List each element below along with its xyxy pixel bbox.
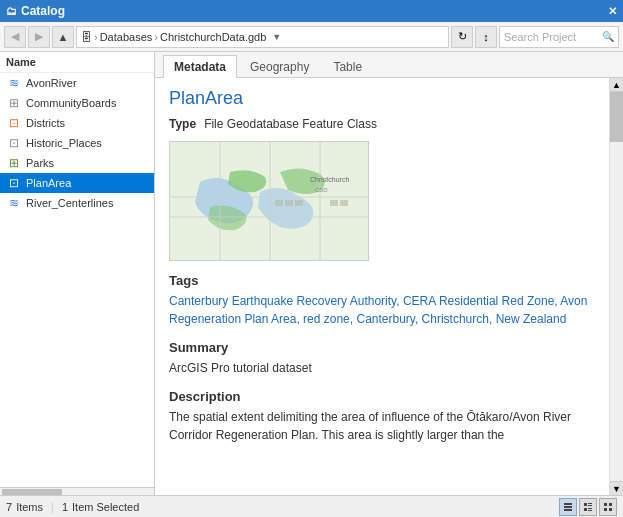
sidebar-item-historic-places[interactable]: ⊡ Historic_Places <box>0 133 154 153</box>
sidebar-item-parks[interactable]: ⊞ Parks <box>0 153 154 173</box>
parks-icon: ⊞ <box>6 155 22 171</box>
svg-rect-11 <box>340 200 348 206</box>
historic-places-icon: ⊡ <box>6 135 22 151</box>
type-label: Type <box>169 117 196 131</box>
horizontal-scrollbar[interactable] <box>0 487 155 495</box>
svg-rect-9 <box>295 200 303 206</box>
scroll-down-button[interactable]: ▼ <box>610 481 623 495</box>
plan-area-icon: ⊡ <box>6 175 22 191</box>
svg-rect-7 <box>275 200 283 206</box>
refresh-button[interactable]: ↻ <box>451 26 473 48</box>
svg-rect-23 <box>604 503 607 506</box>
summary-label: Summary <box>169 340 595 355</box>
sidebar-item-districts[interactable]: ⊡ Districts <box>0 113 154 133</box>
catalog-icon: 🗂 <box>6 5 17 17</box>
top-bar: 🗂 Catalog ✕ <box>0 0 623 22</box>
nav-bar: ◀ ▶ ▲ 🗄 › Databases › ChristchurchData.g… <box>0 22 623 52</box>
scroll-thumb[interactable] <box>610 92 623 142</box>
sidebar-scroll[interactable]: Name ≋ AvonRiver ⊞ CommunityBoards ⊡ Dis… <box>0 52 154 495</box>
sidebar: Name ≋ AvonRiver ⊞ CommunityBoards ⊡ Dis… <box>0 52 155 495</box>
svg-rect-22 <box>588 510 592 511</box>
avon-river-label: AvonRiver <box>26 77 77 89</box>
grid-view-button[interactable] <box>599 498 617 516</box>
scroll-track[interactable] <box>610 92 623 481</box>
content-scroll[interactable]: PlanArea Type File Geodatabase Feature C… <box>155 78 609 495</box>
svg-rect-21 <box>588 508 592 509</box>
svg-rect-18 <box>588 503 592 504</box>
sidebar-item-river-centerlines[interactable]: ≋ River_Centerlines <box>0 193 154 213</box>
description-label: Description <box>169 389 595 404</box>
type-value: File Geodatabase Feature Class <box>204 117 377 131</box>
type-row: Type File Geodatabase Feature Class <box>169 117 595 131</box>
search-box[interactable]: Search Project 🔍 <box>499 26 619 48</box>
svg-rect-20 <box>584 508 587 511</box>
breadcrumb-gdb[interactable]: ChristchurchData.gdb <box>160 31 266 43</box>
up-button[interactable]: ▲ <box>52 26 74 48</box>
svg-rect-19 <box>588 505 592 506</box>
scroll-up-button[interactable]: ▲ <box>610 78 623 92</box>
community-boards-label: CommunityBoards <box>26 97 116 109</box>
svg-rect-24 <box>609 503 612 506</box>
window-title: Catalog <box>21 4 65 18</box>
tags-section: Tags Canterbury Earthquake Recovery Auth… <box>169 273 595 328</box>
description-section: Description The spatial extent delimitin… <box>169 389 595 444</box>
river-centerlines-icon: ≋ <box>6 195 22 211</box>
tab-table[interactable]: Table <box>322 55 373 78</box>
sidebar-item-avon-river[interactable]: ≋ AvonRiver <box>0 73 154 93</box>
status-selected-label: Item Selected <box>72 501 139 513</box>
sort-button[interactable]: ↕ <box>475 26 497 48</box>
svg-rect-16 <box>564 509 572 511</box>
tab-metadata[interactable]: Metadata <box>163 55 237 78</box>
list-view-button[interactable] <box>559 498 577 516</box>
back-button[interactable]: ◀ <box>4 26 26 48</box>
status-separator: | <box>51 501 54 513</box>
svg-rect-26 <box>609 508 612 511</box>
summary-text: ArcGIS Pro tutorial dataset <box>169 359 595 377</box>
svg-rect-15 <box>564 506 572 508</box>
svg-rect-10 <box>330 200 338 206</box>
svg-text:CBD: CBD <box>315 187 328 193</box>
sidebar-item-community-boards[interactable]: ⊞ CommunityBoards <box>0 93 154 113</box>
search-icon: 🔍 <box>602 31 614 42</box>
breadcrumb[interactable]: 🗄 › Databases › ChristchurchData.gdb ▼ <box>76 26 449 48</box>
historic-places-label: Historic_Places <box>26 137 102 149</box>
tabs: Metadata Geography Table <box>155 52 623 78</box>
tags-label: Tags <box>169 273 595 288</box>
sidebar-item-plan-area[interactable]: ⊡ PlanArea <box>0 173 154 193</box>
avon-river-icon: ≋ <box>6 75 22 91</box>
map-thumbnail: Christchurch CBD <box>169 141 369 261</box>
svg-text:Christchurch: Christchurch <box>310 176 349 183</box>
h-scroll-thumb[interactable] <box>2 489 62 495</box>
districts-label: Districts <box>26 117 65 129</box>
svg-rect-8 <box>285 200 293 206</box>
status-selected-count: 1 <box>62 501 68 513</box>
svg-rect-25 <box>604 508 607 511</box>
content-title: PlanArea <box>169 88 595 109</box>
plan-area-label: PlanArea <box>26 177 71 189</box>
svg-rect-14 <box>564 503 572 505</box>
detail-view-button[interactable] <box>579 498 597 516</box>
view-mode-buttons <box>559 498 617 516</box>
river-centerlines-label: River_Centerlines <box>26 197 113 209</box>
main-layout: Name ≋ AvonRiver ⊞ CommunityBoards ⊡ Dis… <box>0 52 623 495</box>
breadcrumb-databases[interactable]: Databases <box>100 31 153 43</box>
breadcrumb-db-icon: 🗄 <box>81 31 92 43</box>
close-button[interactable]: ✕ <box>608 5 617 18</box>
sidebar-header: Name <box>0 52 154 73</box>
community-boards-icon: ⊞ <box>6 95 22 111</box>
forward-button[interactable]: ▶ <box>28 26 50 48</box>
districts-icon: ⊡ <box>6 115 22 131</box>
tags-value: Canterbury Earthquake Recovery Authority… <box>169 292 595 328</box>
status-bar: 7 Items | 1 Item Selected <box>0 495 623 517</box>
content-area: Metadata Geography Table PlanArea Type F… <box>155 52 623 495</box>
breadcrumb-dropdown-icon[interactable]: ▼ <box>272 32 281 42</box>
tab-geography[interactable]: Geography <box>239 55 320 78</box>
parks-label: Parks <box>26 157 54 169</box>
summary-section: Summary ArcGIS Pro tutorial dataset <box>169 340 595 377</box>
svg-rect-17 <box>584 503 587 506</box>
search-placeholder: Search Project <box>504 31 576 43</box>
description-text: The spatial extent delimiting the area o… <box>169 408 595 444</box>
status-items-count: 7 <box>6 501 12 513</box>
status-items-label: Items <box>16 501 43 513</box>
vertical-scrollbar[interactable]: ▲ ▼ <box>609 78 623 495</box>
